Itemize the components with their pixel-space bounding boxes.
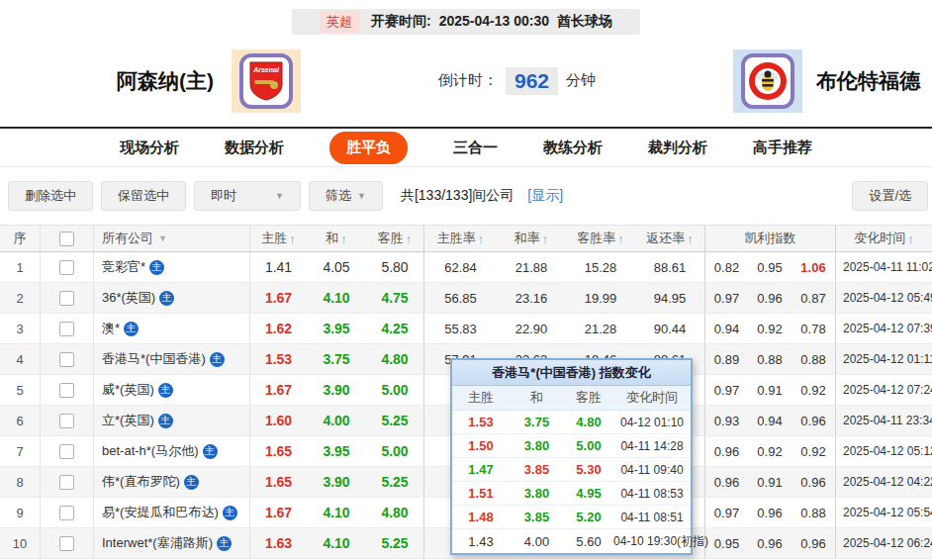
kelly-cell: 0.88 (792, 498, 835, 527)
tab-数据分析[interactable]: 数据分析 (225, 139, 284, 157)
company-name[interactable]: 香港马*(中国香港) (102, 350, 206, 368)
odds-cell[interactable]: 5.25 (366, 406, 423, 435)
time-cell: 2025-04-12 05:54 (835, 498, 932, 527)
kelly-cell: 0.95 (748, 252, 792, 282)
row-checkbox[interactable] (59, 475, 74, 490)
header-away-rate[interactable]: 客胜率↑ (566, 226, 635, 251)
countdown-unit: 分钟 (566, 71, 596, 90)
popup-odds-cell: 4.95 (564, 486, 613, 501)
odds-cell[interactable]: 1.67 (249, 375, 307, 405)
sort-up-icon: ↑ (617, 232, 624, 246)
header-company[interactable]: 所有公司 ▼ (93, 226, 249, 251)
row-checkbox[interactable] (59, 383, 74, 398)
company-name[interactable]: Interwet*(塞浦路斯) (102, 534, 213, 552)
row-checkbox-cell (40, 375, 93, 405)
odds-cell[interactable]: 1.41 (249, 252, 307, 282)
company-name[interactable]: 立*(英国) (102, 412, 154, 429)
tab-高手推荐[interactable]: 高手推荐 (753, 139, 812, 157)
odds-cell[interactable]: 1.62 (249, 314, 307, 343)
toolbar: 删除选中 保留选中 即时 ▼ 筛选 ▼ 共[133/133]间公司 [显示] 设… (0, 167, 932, 225)
delete-selected-button[interactable]: 删除选中 (8, 181, 93, 211)
keep-selected-button[interactable]: 保留选中 (101, 181, 186, 211)
instant-dropdown[interactable]: 即时 ▼ (194, 181, 301, 211)
popup-time-cell: 04-11 09:40 (613, 463, 691, 477)
odds-cell[interactable]: 4.25 (366, 314, 423, 343)
odds-cell[interactable]: 1.53 (249, 344, 307, 374)
popup-odds-cell: 5.00 (564, 438, 613, 453)
show-link[interactable]: [显示] (527, 187, 563, 205)
odds-cell[interactable]: 4.10 (307, 528, 366, 558)
rate-cell: 15.28 (566, 252, 635, 282)
odds-cell[interactable]: 1.63 (249, 528, 307, 558)
odds-cell[interactable]: 3.95 (307, 314, 366, 343)
header-draw-rate[interactable]: 和率↑ (497, 226, 566, 251)
odds-cell[interactable]: 4.75 (366, 283, 423, 313)
company-name[interactable]: 36*(英国) (102, 289, 155, 307)
kelly-cell: 0.96 (704, 467, 748, 497)
popup-odds-cell: 5.60 (564, 534, 613, 549)
odds-cell[interactable]: 1.65 (249, 436, 307, 466)
odds-cell[interactable]: 3.90 (307, 375, 366, 405)
odds-cell[interactable]: 1.65 (249, 467, 307, 497)
odds-cell[interactable]: 5.00 (366, 375, 423, 405)
time-cell: 2025-04-12 05:12 (835, 436, 932, 466)
odds-cell[interactable]: 5.80 (366, 252, 423, 282)
popup-time-cell: 04-11 14:28 (613, 439, 691, 453)
kelly-cell: 0.78 (792, 314, 835, 343)
company-name[interactable]: 易*(安提瓜和巴布达) (102, 504, 219, 521)
select-all-checkbox[interactable] (59, 232, 74, 246)
odds-cell[interactable]: 4.10 (307, 498, 366, 527)
row-checkbox[interactable] (59, 506, 74, 520)
company-cell: 易*(安提瓜和巴布达)主 (93, 498, 249, 527)
header-draw-odds[interactable]: 和↑ (307, 226, 366, 251)
header-return-rate[interactable]: 返还率↑ (635, 226, 704, 251)
header-away-odds[interactable]: 客胜↑ (366, 226, 423, 251)
header-index: 序 (0, 226, 40, 251)
settings-button[interactable]: 设置/选 (852, 181, 928, 211)
tab-裁判分析[interactable]: 裁判分析 (648, 139, 707, 157)
odds-cell[interactable]: 3.90 (307, 467, 366, 497)
company-name[interactable]: bet-at-h*(马尔他) (102, 442, 199, 460)
odds-cell[interactable]: 1.67 (249, 283, 307, 313)
row-checkbox[interactable] (59, 322, 74, 336)
company-name[interactable]: 威*(英国) (102, 381, 154, 399)
odds-cell[interactable]: 5.00 (366, 436, 423, 466)
tab-三合一[interactable]: 三合一 (453, 139, 498, 157)
company-name[interactable]: 伟*(直布罗陀) (102, 473, 180, 491)
row-checkbox[interactable] (59, 414, 74, 428)
row-checkbox[interactable] (59, 444, 74, 459)
odds-cell[interactable]: 1.67 (249, 498, 307, 527)
odds-cell[interactable]: 5.25 (366, 467, 423, 497)
odds-cell[interactable]: 3.95 (307, 436, 366, 466)
company-name[interactable]: 澳* (102, 320, 120, 337)
odds-cell[interactable]: 1.60 (249, 406, 307, 435)
filter-dropdown[interactable]: 筛选 ▼ (309, 181, 383, 211)
row-checkbox[interactable] (59, 352, 74, 367)
kelly-cell: 0.97 (704, 283, 748, 313)
odds-cell[interactable]: 4.80 (366, 344, 423, 374)
odds-cell[interactable]: 4.00 (307, 406, 366, 435)
tab-教练分析[interactable]: 教练分析 (543, 139, 603, 157)
tab-现场分析[interactable]: 现场分析 (120, 139, 179, 157)
odds-cell[interactable]: 3.75 (307, 344, 366, 374)
company-name[interactable]: 竞彩官* (102, 258, 145, 276)
row-checkbox[interactable] (59, 536, 74, 551)
row-checkbox[interactable] (59, 291, 74, 306)
row-checkbox-cell (40, 498, 93, 527)
popup-odds-cell: 3.80 (510, 486, 564, 501)
row-index: 9 (0, 498, 40, 527)
odds-cell[interactable]: 4.10 (307, 283, 366, 313)
odds-cell[interactable]: 4.80 (366, 498, 423, 527)
rate-cell: 21.88 (497, 252, 566, 282)
company-tag-icon: 主 (158, 383, 173, 398)
odds-cell[interactable]: 4.05 (307, 252, 366, 282)
header-change-time[interactable]: 变化时间↑ (835, 226, 932, 251)
header-home-rate[interactable]: 主胜率↑ (423, 226, 497, 251)
row-checkbox[interactable] (59, 260, 74, 275)
tab-胜平负[interactable]: 胜平负 (329, 132, 408, 164)
header-home-odds[interactable]: 主胜↑ (249, 226, 307, 251)
odds-cell[interactable]: 5.25 (366, 528, 423, 558)
popup-odds-cell: 3.80 (510, 438, 564, 453)
svg-text:Arsenal: Arsenal (252, 66, 280, 73)
rate-cell: 55.83 (423, 314, 497, 343)
